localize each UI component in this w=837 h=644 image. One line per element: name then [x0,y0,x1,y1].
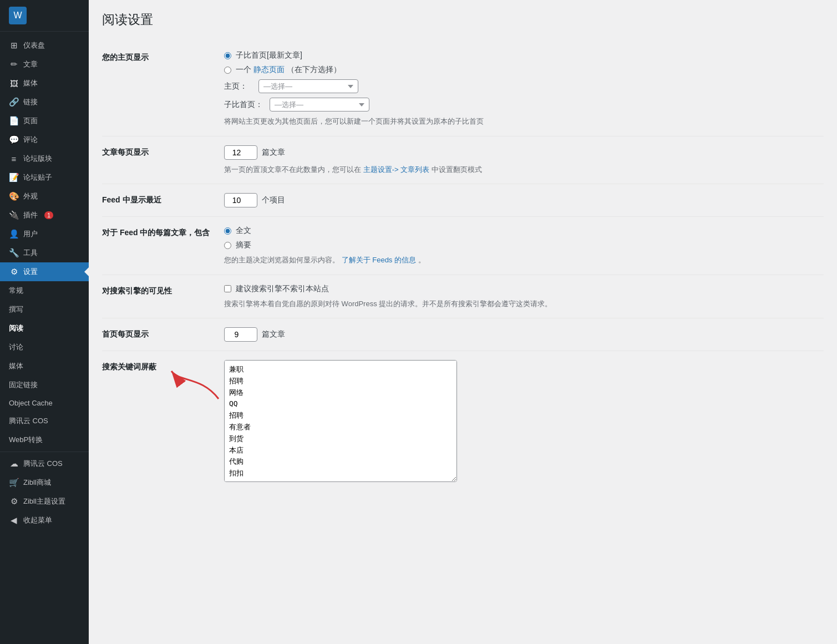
sidebar-sub-general[interactable]: 常规 [0,281,89,300]
sidebar-sub-permalinks[interactable]: 固定链接 [0,376,89,394]
subpage-select[interactable]: —选择— [270,98,369,111]
sidebar-item-plugins[interactable]: 🔌 插件 1 [0,206,89,225]
homepage-select[interactable]: —选择— [258,79,358,93]
cloud-icon: ☁ [9,459,19,469]
homepage-helper: 将网站主页更改为其他页面后，您可以新建一个页面并将其设置为原本的子比首页 [224,116,824,127]
radio-latest-posts-input[interactable] [224,52,231,59]
sidebar-item-posts[interactable]: ✏ 文章 [0,55,89,74]
radio-static-page-input[interactable] [224,67,231,74]
sidebar-item-tencent-cos-2[interactable]: ☁ 腾讯云 COS [0,454,89,473]
radio-excerpt[interactable]: 摘要 [224,240,824,250]
sidebar-sub-reading[interactable]: 阅读 [0,319,89,338]
sidebar-item-pages-label: 页面 [23,116,38,126]
wp-logo-icon: W [9,7,27,24]
general-label: 常规 [9,286,23,296]
radio-full-text-input[interactable] [224,227,231,235]
search-visibility-content: 建议搜索引擎不索引本站点 搜索引擎将本着自觉自愿的原则对待 WordPress … [224,284,824,310]
sidebar-sub-object-cache[interactable]: Object Cache [0,394,89,412]
homepage-posts-input[interactable] [224,327,257,342]
radio-excerpt-label: 摘要 [236,240,251,250]
sidebar-sub-media[interactable]: 媒体 [0,357,89,376]
sidebar-item-zibll-shop[interactable]: 🛒 Zibll商城 [0,473,89,492]
radio-latest-posts-label: 子比首页[最新文章] [236,50,302,60]
plugins-icon: 🔌 [9,210,19,220]
sidebar-item-zibll-theme[interactable]: ⚙ Zibll主题设置 [0,492,89,511]
sidebar-item-forum-posts-label: 论坛贴子 [23,173,52,182]
search-visibility-helper: 搜索引擎将本着自觉自愿的原则对待 WordPress 提出的请求。并不是所有搜索… [224,298,824,310]
sidebar-sub-tencent-cos[interactable]: 腾讯云 COS [0,412,89,430]
users-icon: 👤 [9,229,19,239]
radio-full-text[interactable]: 全文 [224,226,824,236]
feeds-info-link[interactable]: 了解关于 Feeds 的信息 [342,256,416,264]
sidebar-item-media[interactable]: 🖼 媒体 [0,74,89,93]
feed-items-content: 个项目 [224,193,824,207]
feed-content-content: 全文 摘要 您的主题决定浏览器如何显示内容。 了解关于 Feeds 的信息 。 [224,226,824,266]
search-visibility-checkbox-row[interactable]: 建议搜索引擎不索引本站点 [224,284,824,294]
writing-label: 撰写 [9,305,23,315]
discussion-label: 讨论 [9,342,23,352]
feed-items-label: Feed 中显示最近 [102,193,224,205]
main-content: 阅读设置 您的主页显示 子比首页[最新文章] 一个 静态页面 （在下方选择） [89,0,837,644]
sidebar-item-settings[interactable]: ⚙ 设置 [0,262,89,281]
settings-icon: ⚙ [9,267,19,277]
sidebar-item-dashboard-label: 仪表盘 [23,40,45,50]
radio-static-page-label: 一个 静态页面 （在下方选择） [236,65,341,75]
search-visibility-checkbox-label: 建议搜索引擎不索引本站点 [236,284,329,294]
comments-icon: 💬 [9,135,19,145]
homepage-posts-suffix: 篇文章 [262,329,285,339]
search-keywords-textarea[interactable]: 兼职 招聘 网络 QQ 招聘 有意者 到货 本店 代购 扣扣 [224,360,457,482]
permalinks-label: 固定链接 [9,380,38,390]
media-sub-label: 媒体 [9,361,23,371]
radio-latest-posts[interactable]: 子比首页[最新文章] [224,50,824,60]
sidebar-sub-discussion[interactable]: 讨论 [0,338,89,357]
sidebar-item-comments[interactable]: 💬 评论 [0,130,89,149]
sidebar-item-forum-posts[interactable]: 📝 论坛贴子 [0,168,89,187]
homepage-display-label: 您的主页显示 [102,50,224,63]
search-visibility-checkbox[interactable] [224,285,231,292]
posts-per-page-input[interactable] [224,145,257,160]
tools-icon: 🔧 [9,248,19,258]
search-visibility-label: 对搜索引擎的可见性 [102,284,224,296]
search-keywords-label: 搜索关键词屏蔽 [102,360,224,372]
search-keywords-row: 搜索关键词屏蔽 兼职 招聘 网络 QQ 招聘 有意者 到货 本店 代购 扣扣 [102,351,824,493]
theme-settings-link[interactable]: 主题设置-> 文章列表 [363,165,430,174]
reading-label: 阅读 [9,323,23,333]
feed-content-row: 对于 Feed 中的每篇文章，包含 全文 摘要 您的主题决定浏览器如何显示内容。… [102,217,824,275]
tencent-cos-label: 腾讯云 COS [9,416,48,426]
radio-excerpt-input[interactable] [224,242,231,249]
posts-per-page-content: 篇文章 第一页的置顶文章不在此数量内，您可以在 主题设置-> 文章列表 中设置翻… [224,145,824,175]
subpage-select-label: 子比首页： [224,100,263,110]
homepage-select-row: 主页： —选择— [224,79,824,93]
feed-items-input[interactable] [224,193,257,207]
sidebar-item-comments-label: 评论 [23,135,38,145]
sidebar-item-links-label: 链接 [23,97,38,107]
sidebar-item-posts-label: 文章 [23,59,38,69]
sidebar-item-users-label: 用户 [23,229,38,239]
sidebar-item-forum-blocks-label: 论坛版块 [23,154,52,164]
radio-static-page[interactable]: 一个 静态页面 （在下方选择） [224,65,824,75]
sidebar-sub-webp[interactable]: WebP转换 [0,430,89,449]
sidebar-item-plugins-label: 插件 [23,210,38,220]
sidebar-item-settings-label: 设置 [23,267,38,277]
sidebar-item-appearance[interactable]: 🎨 外观 [0,187,89,206]
sidebar-item-collapse[interactable]: ◀ 收起菜单 [0,511,89,530]
homepage-posts-label: 首页每页显示 [102,327,224,339]
sidebar-item-tools[interactable]: 🔧 工具 [0,244,89,262]
posts-per-page-suffix: 篇文章 [262,148,285,158]
static-page-link[interactable]: 静态页面 [253,65,285,74]
collapse-label: 收起菜单 [23,515,52,525]
object-cache-label: Object Cache [9,399,53,407]
sidebar-item-pages[interactable]: 📄 页面 [0,111,89,130]
sidebar-item-users[interactable]: 👤 用户 [0,225,89,244]
homepage-posts-content: 篇文章 [224,327,824,342]
sidebar-item-links[interactable]: 🔗 链接 [0,93,89,111]
sidebar-item-dashboard[interactable]: ⊞ 仪表盘 [0,36,89,55]
feed-content-helper: 您的主题决定浏览器如何显示内容。 了解关于 Feeds 的信息 。 [224,255,824,266]
sidebar: W ⊞ 仪表盘 ✏ 文章 🖼 媒体 🔗 链接 📄 页面 💬 评论 ≡ 论坛版块 [0,0,89,644]
sidebar-nav: ⊞ 仪表盘 ✏ 文章 🖼 媒体 🔗 链接 📄 页面 💬 评论 ≡ 论坛版块 📝 [0,32,89,534]
search-visibility-row: 对搜索引擎的可见性 建议搜索引擎不索引本站点 搜索引擎将本着自觉自愿的原则对待 … [102,275,824,319]
sidebar-item-forum-blocks[interactable]: ≡ 论坛版块 [0,149,89,168]
sidebar-divider-1 [0,452,89,452]
sidebar-sub-writing[interactable]: 撰写 [0,300,89,319]
posts-per-page-helper: 第一页的置顶文章不在此数量内，您可以在 主题设置-> 文章列表 中设置翻页模式 [224,164,824,175]
